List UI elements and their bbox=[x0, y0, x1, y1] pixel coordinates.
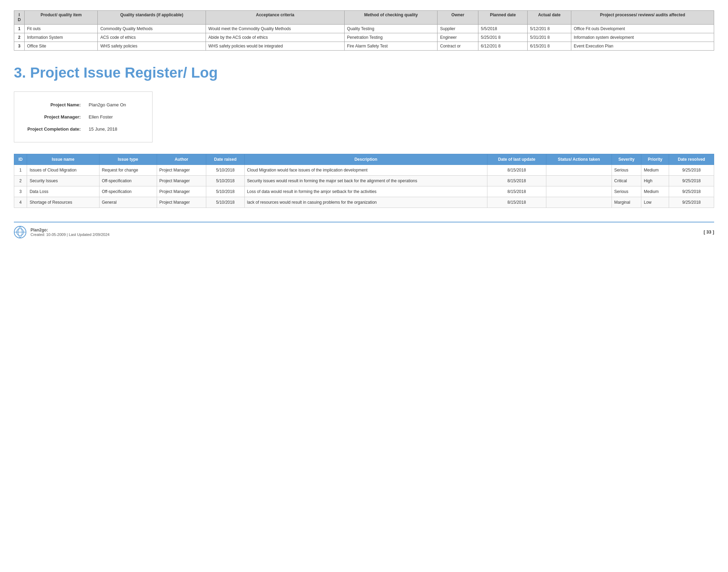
issue-table-row: 3 Data Loss Off-specification Project Ma… bbox=[14, 186, 714, 197]
quality-processes-cell: Event Execution Plan bbox=[571, 42, 714, 50]
quality-processes-cell: Office Fit outs Development bbox=[571, 24, 714, 33]
project-name-label: Project Name: bbox=[25, 99, 86, 111]
quality-id-cell: 3 bbox=[14, 42, 25, 50]
issue-status-cell bbox=[546, 175, 612, 186]
quality-col-id: ID bbox=[14, 11, 25, 25]
issue-col-name: Issue name bbox=[27, 154, 99, 165]
project-completion-value: 15 June, 2018 bbox=[86, 123, 129, 135]
quality-processes-cell: Information system development bbox=[571, 33, 714, 42]
issue-status-cell bbox=[546, 186, 612, 197]
quality-product-cell: Fit outs bbox=[25, 24, 98, 33]
quality-planned-cell: 5/25/201 8 bbox=[478, 33, 528, 42]
quality-standards-cell: WHS safety policies bbox=[98, 42, 206, 50]
issue-resolved-cell: 9/25/2018 bbox=[669, 186, 714, 197]
section-heading: 3. Project Issue Register/ Log bbox=[14, 64, 714, 81]
issue-name-cell: Security Issues bbox=[27, 175, 99, 186]
quality-acceptance-cell: WHS safety policies would be integrated bbox=[206, 42, 345, 50]
issue-last-update-cell: 8/15/2018 bbox=[487, 197, 546, 208]
issue-description-cell: lack of resources would result in casuin… bbox=[244, 197, 487, 208]
quality-id-cell: 2 bbox=[14, 33, 25, 42]
footer-page: [ 33 ] bbox=[704, 229, 714, 235]
issue-description-cell: Cloud Migration would face issues of the… bbox=[244, 165, 487, 175]
footer-logo-icon bbox=[14, 226, 26, 238]
issue-resolved-cell: 9/25/2018 bbox=[669, 175, 714, 186]
issue-status-cell bbox=[546, 197, 612, 208]
issue-id-cell: 3 bbox=[14, 186, 27, 197]
issue-type-cell: Request for change bbox=[99, 165, 157, 175]
issue-col-id: ID bbox=[14, 154, 27, 165]
issue-author-cell: Project Manager bbox=[157, 186, 206, 197]
project-name-value: Plan2go Game On bbox=[86, 99, 129, 111]
project-manager-label: Project Manager: bbox=[25, 111, 86, 123]
quality-actual-cell: 5/12/201 8 bbox=[527, 24, 571, 33]
quality-method-cell: Quality Testing bbox=[345, 24, 437, 33]
issue-col-status: Status/ Actions taken bbox=[546, 154, 612, 165]
issue-last-update-cell: 8/15/2018 bbox=[487, 186, 546, 197]
quality-col-product: Product/ quality item bbox=[25, 11, 98, 25]
issue-col-type: Issue type bbox=[99, 154, 157, 165]
issue-type-cell: Off-specification bbox=[99, 186, 157, 197]
issue-id-cell: 2 bbox=[14, 175, 27, 186]
issue-col-description: Description bbox=[244, 154, 487, 165]
issue-severity-cell: Serious bbox=[612, 165, 641, 175]
issue-table-row: 1 Issues of Cloud Migration Request for … bbox=[14, 165, 714, 175]
quality-id-cell: 1 bbox=[14, 24, 25, 33]
quality-col-acceptance: Acceptance criteria bbox=[206, 11, 345, 25]
issue-col-last-update: Date of last update bbox=[487, 154, 546, 165]
project-completion-label: Project Completion date: bbox=[25, 123, 86, 135]
issue-type-cell: General bbox=[99, 197, 157, 208]
issue-name-cell: Issues of Cloud Migration bbox=[27, 165, 99, 175]
issue-resolved-cell: 9/25/2018 bbox=[669, 197, 714, 208]
quality-col-processes: Project processes/ reviews/ audits affec… bbox=[571, 11, 714, 25]
issue-priority-cell: Medium bbox=[641, 186, 669, 197]
quality-product-cell: Information System bbox=[25, 33, 98, 42]
quality-owner-cell: Contract or bbox=[437, 42, 478, 50]
quality-col-owner: Owner bbox=[437, 11, 478, 25]
quality-method-cell: Penetration Testing bbox=[345, 33, 437, 42]
issue-last-update-cell: 8/15/2018 bbox=[487, 175, 546, 186]
quality-table-row: 1 Fit outs Commodity Quality Methods Wou… bbox=[14, 24, 714, 33]
quality-actual-cell: 6/15/201 8 bbox=[527, 42, 571, 50]
issue-table-row: 2 Security Issues Off-specification Proj… bbox=[14, 175, 714, 186]
project-manager-value: Ellen Foster bbox=[86, 111, 129, 123]
quality-actual-cell: 5/31/201 8 bbox=[527, 33, 571, 42]
issue-author-cell: Project Manager bbox=[157, 165, 206, 175]
issue-severity-cell: Marginal bbox=[612, 197, 641, 208]
issue-priority-cell: Low bbox=[641, 197, 669, 208]
project-info-box: Project Name: Plan2go Game On Project Ma… bbox=[14, 91, 153, 142]
quality-standards-cell: Commodity Quality Methods bbox=[98, 24, 206, 33]
quality-acceptance-cell: Would meet the Commodity Quality Methods bbox=[206, 24, 345, 33]
issue-name-cell: Shortage of Resources bbox=[27, 197, 99, 208]
issue-author-cell: Project Manager bbox=[157, 197, 206, 208]
quality-col-actual: Actual date bbox=[527, 11, 571, 25]
issue-col-resolved: Date resolved bbox=[669, 154, 714, 165]
issue-priority-cell: High bbox=[641, 175, 669, 186]
issue-col-author: Author bbox=[157, 154, 206, 165]
issue-date-raised-cell: 5/10/2018 bbox=[206, 197, 244, 208]
quality-planned-cell: 6/12/201 8 bbox=[478, 42, 528, 50]
issue-date-raised-cell: 5/10/2018 bbox=[206, 175, 244, 186]
issue-description-cell: Loss of data would result in forming the… bbox=[244, 186, 487, 197]
quality-owner-cell: Supplier bbox=[437, 24, 478, 33]
quality-standards-cell: ACS code of ethics bbox=[98, 33, 206, 42]
issue-table-row: 4 Shortage of Resources General Project … bbox=[14, 197, 714, 208]
quality-owner-cell: Engineer bbox=[437, 33, 478, 42]
footer: Plan2go: Created: 10-05-2009 | Last Upda… bbox=[14, 222, 714, 238]
issue-severity-cell: Critical bbox=[612, 175, 641, 186]
quality-col-standards: Quality standards (if applicable) bbox=[98, 11, 206, 25]
footer-created: Created: 10-05-2009 | Last Updated 2/09/… bbox=[31, 232, 110, 237]
issue-id-cell: 4 bbox=[14, 197, 27, 208]
issue-type-cell: Off-specification bbox=[99, 175, 157, 186]
issue-name-cell: Data Loss bbox=[27, 186, 99, 197]
issue-description-cell: Security issues would result in forming … bbox=[244, 175, 487, 186]
issue-register-table: ID Issue name Issue type Author Date rai… bbox=[14, 154, 714, 208]
issue-id-cell: 1 bbox=[14, 165, 27, 175]
quality-col-method: Method of checking quality bbox=[345, 11, 437, 25]
quality-table: ID Product/ quality item Quality standar… bbox=[14, 10, 714, 51]
issue-status-cell bbox=[546, 165, 612, 175]
issue-author-cell: Project Manager bbox=[157, 175, 206, 186]
quality-planned-cell: 5/5/2018 bbox=[478, 24, 528, 33]
quality-product-cell: Office Site bbox=[25, 42, 98, 50]
issue-priority-cell: Medium bbox=[641, 165, 669, 175]
issue-col-severity: Severity bbox=[612, 154, 641, 165]
